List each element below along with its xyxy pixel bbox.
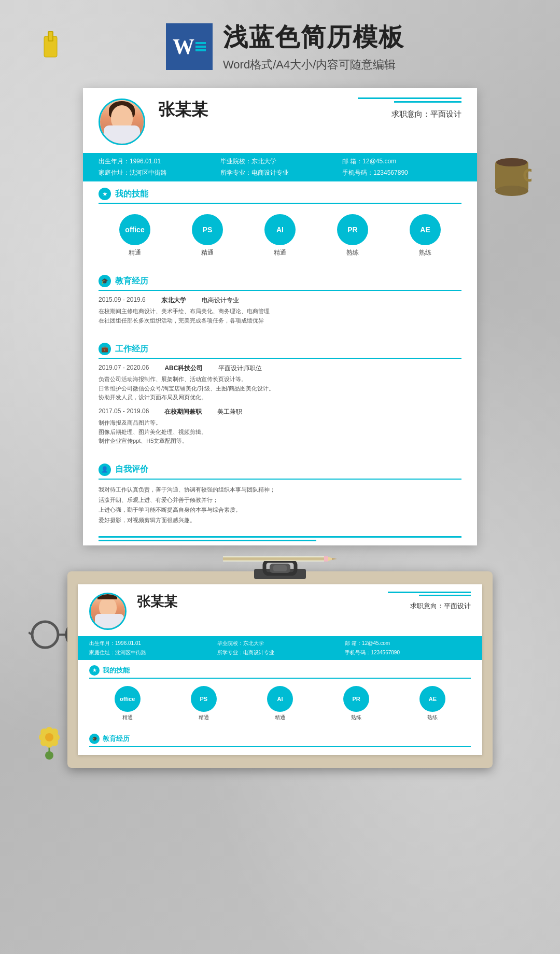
work-meta-0: 2019.07 - 2020.06 ABC科技公司 平面设计师职位 bbox=[99, 364, 461, 373]
education-title: 教育经历 bbox=[115, 276, 148, 287]
coffee-cup-decoration bbox=[493, 156, 531, 202]
job-intent-value: 平面设计 bbox=[430, 109, 461, 118]
svg-rect-2 bbox=[49, 32, 52, 40]
evaluation-header: 👤 自我评价 bbox=[99, 464, 461, 480]
resume-footer bbox=[83, 532, 477, 545]
sub-title: Word格式/A4大小/内容可随意编辑 bbox=[223, 57, 404, 73]
mini-skill-ai: AI 精通 bbox=[267, 686, 293, 721]
avatar-placeholder bbox=[100, 100, 144, 144]
mini-skill-pr-label: 熟练 bbox=[351, 714, 361, 721]
mini-skill-ae-circle: AE bbox=[419, 686, 445, 712]
clipboard-board: 张某某 求职意向：平面设计 bbox=[67, 571, 493, 768]
education-entry-0: 2015.09 - 2019.6 东北大学 电商设计专业 在校期间主修电商设计、… bbox=[99, 296, 461, 325]
svg-point-14 bbox=[32, 622, 58, 648]
skill-ps-circle: PS bbox=[192, 214, 223, 245]
work-role-0: 平面设计师职位 bbox=[218, 364, 262, 373]
info-major: 所学专业：电商设计专业 bbox=[220, 169, 340, 177]
mini-skills-title: 我的技能 bbox=[103, 666, 130, 675]
education-icon: 🎓 bbox=[99, 275, 111, 287]
flowers-decoration bbox=[26, 719, 73, 768]
work-date-0: 2019.07 - 2020.06 bbox=[99, 364, 149, 373]
binder-clip-decoration bbox=[41, 31, 60, 62]
work-section: 💼 工作经历 2019.07 - 2020.06 ABC科技公司 平面设计师职位… bbox=[83, 336, 477, 457]
briefcase-icon: 💼 bbox=[101, 346, 108, 353]
work-org-1: 在校期间兼职 bbox=[164, 408, 202, 416]
mini-info-0: 出生年月：1996.01.01 bbox=[89, 640, 215, 647]
work-role-1: 美工兼职 bbox=[217, 408, 242, 416]
info-birth: 出生年月：1996.01.01 bbox=[99, 157, 218, 166]
clipboard-wrapper: 张某某 求职意向：平面设计 bbox=[67, 571, 493, 768]
svg-rect-11 bbox=[324, 556, 328, 562]
top-header: W 浅蓝色简历模板 Word格式/A4大小/内容可随意编辑 bbox=[31, 21, 529, 73]
education-meta-0: 2015.09 - 2019.6 东北大学 电商设计专业 bbox=[99, 296, 461, 305]
mini-info-4: 所学专业：电商设计专业 bbox=[217, 649, 343, 656]
mini-hair bbox=[97, 594, 117, 599]
mini-skill-office-label: 精通 bbox=[122, 714, 133, 721]
mini-education-icon: 🎓 bbox=[89, 734, 100, 744]
avatar-container bbox=[99, 99, 145, 145]
main-title: 浅蓝色简历模板 bbox=[223, 21, 404, 54]
mini-info-2: 邮 箱：12@45.com bbox=[345, 640, 471, 647]
page-wrapper: W 浅蓝色简历模板 Word格式/A4大小/内容可随意编辑 bbox=[0, 0, 560, 799]
resume-header: 张某某 求职意向：平面设计 bbox=[83, 88, 477, 153]
word-icon: W bbox=[166, 23, 213, 70]
clipboard-clip bbox=[251, 561, 309, 581]
word-letter: W bbox=[173, 34, 194, 59]
svg-point-5 bbox=[495, 186, 528, 196]
skills-grid: office 精通 PS 精通 AI 精通 PR 熟练 AE 熟练 bbox=[99, 209, 461, 262]
mini-resume-header: 张某某 求职意向：平面设计 bbox=[78, 584, 482, 636]
mini-line-long bbox=[388, 592, 471, 593]
mini-candidate-name: 张某某 bbox=[137, 593, 177, 611]
header-right: 求职意向：平面设计 bbox=[358, 97, 461, 119]
word-lines bbox=[195, 42, 206, 51]
info-email: 邮 箱：12@45.com bbox=[342, 157, 461, 166]
job-intent-label: 求职意向： bbox=[391, 109, 430, 118]
mini-skill-office: office 精通 bbox=[115, 686, 141, 721]
skill-ps: PS 精通 bbox=[192, 214, 223, 257]
skill-ai: AI 精通 bbox=[264, 214, 296, 257]
word-line-3 bbox=[195, 49, 206, 51]
mini-star-icon: ★ bbox=[92, 667, 97, 673]
mini-header-right: 求职意向：平面设计 bbox=[388, 592, 471, 611]
work-entry-1: 2017.05 - 2019.06 在校期间兼职 美工兼职 制作海报及商品图片等… bbox=[99, 408, 461, 446]
edu-major-0: 电商设计专业 bbox=[202, 296, 239, 305]
evaluation-icon: 👤 bbox=[99, 464, 111, 476]
education-header: 🎓 教育经历 bbox=[99, 275, 461, 291]
education-desc-0: 在校期间主修电商设计、美术手绘、布局美化、商务理论、电商管理 在社团组任部长多次… bbox=[99, 307, 461, 325]
info-bar: 出生年月：1996.01.01 毕业院校：东北大学 邮 箱：12@45.com … bbox=[83, 153, 477, 181]
work-date-1: 2017.05 - 2019.06 bbox=[99, 408, 149, 416]
mini-skill-ps-circle: PS bbox=[191, 686, 217, 712]
svg-point-6 bbox=[496, 158, 527, 166]
mini-avatar bbox=[89, 593, 127, 630]
mini-skill-ae-label: 熟练 bbox=[427, 714, 438, 721]
mini-info-bar: 出生年月：1996.01.01 毕业院校：东北大学 邮 箱：12@45.com … bbox=[78, 636, 482, 660]
work-icon: 💼 bbox=[99, 343, 111, 355]
education-section: 🎓 教育经历 2015.09 - 2019.6 东北大学 电商设计专业 在校期间… bbox=[83, 269, 477, 336]
info-address: 家庭住址：沈河区中街路 bbox=[99, 169, 218, 177]
skills-section: ★ 我的技能 office 精通 PS 精通 AI 精通 PR bbox=[83, 181, 477, 269]
mini-skill-pr-circle: PR bbox=[343, 686, 369, 712]
skill-ai-label: 精通 bbox=[274, 248, 286, 257]
svg-rect-22 bbox=[273, 565, 287, 571]
mini-skills-header: ★ 我的技能 bbox=[89, 665, 471, 679]
skills-icon: ★ bbox=[99, 188, 111, 200]
work-title: 工作经历 bbox=[115, 344, 148, 355]
mini-skills-section: ★ 我的技能 office 精通 PS 精通 bbox=[78, 660, 482, 729]
footer-line-1 bbox=[99, 536, 461, 538]
evaluation-section: 👤 自我评价 我对待工作认真负责，善于沟通、协调有较强的组织本事与团队精神； 活… bbox=[83, 457, 477, 532]
graduation-icon: 🎓 bbox=[101, 278, 108, 285]
clipboard-paper: 张某某 求职意向：平面设计 bbox=[78, 584, 482, 755]
work-org-0: ABC科技公司 bbox=[164, 364, 203, 373]
resume-card: 张某某 求职意向：平面设计 出生年月：1996.01.01 毕业院校：东北大学 … bbox=[83, 88, 477, 545]
work-desc-1: 制作海报及商品图片等。 图像后期处理、图片美化处理、视频剪辑。 制作企业宣传pp… bbox=[99, 418, 461, 446]
skill-office: office 精通 bbox=[119, 214, 150, 257]
skill-ps-label: 精通 bbox=[201, 248, 214, 257]
skills-title: 我的技能 bbox=[115, 189, 148, 200]
word-line-2 bbox=[195, 46, 206, 48]
mini-body bbox=[95, 614, 124, 628]
work-meta-1: 2017.05 - 2019.06 在校期间兼职 美工兼职 bbox=[99, 408, 461, 416]
skill-ai-circle: AI bbox=[264, 214, 296, 245]
footer-line-2 bbox=[99, 540, 316, 541]
title-block: 浅蓝色简历模板 Word格式/A4大小/内容可随意编辑 bbox=[223, 21, 404, 73]
mini-education-section: 🎓 教育经历 bbox=[78, 729, 482, 755]
